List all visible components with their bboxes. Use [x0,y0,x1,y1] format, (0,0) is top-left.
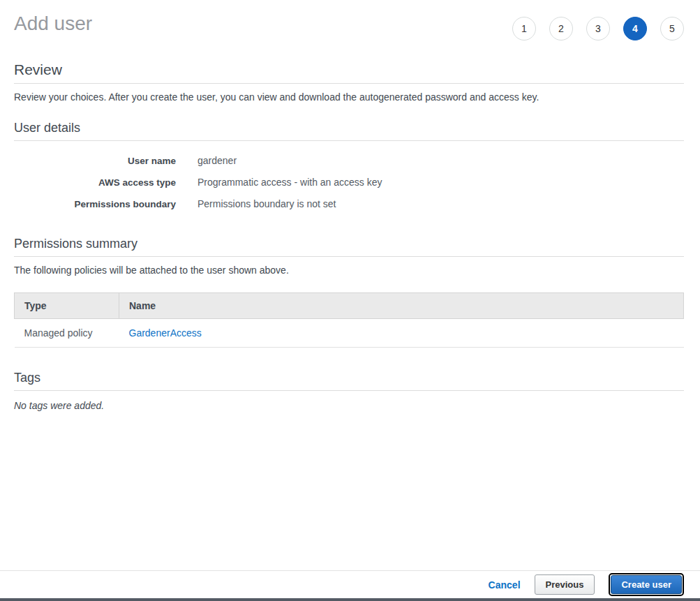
tags-heading: Tags [14,371,684,385]
access-type-label: AWS access type [14,177,176,188]
wizard-footer: Cancel Previous Create user [0,570,700,598]
policy-link[interactable]: GardenerAccess [129,327,202,339]
table-header-row: Type Name [15,293,684,319]
permissions-description: The following policies will be attached … [14,265,684,276]
tags-empty-message: No tags were added. [14,400,684,411]
permissions-boundary-label: Permissions boundary [14,199,176,209]
create-user-button[interactable]: Create user [611,575,682,594]
divider [14,140,684,141]
step-4-active[interactable]: 4 [623,17,647,40]
user-name-value: gardener [198,155,237,166]
previous-button[interactable]: Previous [535,574,595,595]
access-type-row: AWS access type Programmatic access - wi… [14,172,684,193]
policy-name-cell: GardenerAccess [119,319,684,348]
divider [14,83,684,84]
step-1[interactable]: 1 [512,17,536,40]
policies-table: Type Name Managed policy GardenerAccess [14,292,684,348]
permissions-boundary-row: Permissions boundary Permissions boundar… [14,193,684,215]
user-name-row: User name gardener [14,150,684,172]
wizard-step-indicator: 1 2 3 4 5 [512,12,684,40]
table-row: Managed policy GardenerAccess [15,319,684,348]
main-content: Review Review your choices. After you cr… [0,61,700,411]
review-description: Review your choices. After you create th… [14,91,684,103]
user-details-heading: User details [14,121,684,135]
step-3[interactable]: 3 [586,17,610,40]
divider [14,256,684,257]
review-heading: Review [14,61,684,78]
cancel-link[interactable]: Cancel [489,579,521,591]
user-details-section: User details User name gardener AWS acce… [14,121,684,215]
step-2[interactable]: 2 [549,17,573,40]
user-details-list: User name gardener AWS access type Progr… [14,150,684,215]
divider [14,390,684,391]
permissions-summary-section: Permissions summary The following polici… [14,237,684,348]
permissions-summary-heading: Permissions summary [14,237,684,251]
permissions-boundary-value: Permissions boundary is not set [198,198,336,209]
name-column-header: Name [119,293,684,319]
policy-type-cell: Managed policy [15,319,119,348]
add-user-page: Add user 1 2 3 4 5 Review Review your ch… [0,0,700,601]
page-title: Add user [14,12,92,36]
bottom-bar [0,598,700,601]
page-header: Add user 1 2 3 4 5 [0,0,700,40]
type-column-header: Type [15,293,119,319]
tags-section: Tags No tags were added. [14,371,684,411]
access-type-value: Programmatic access - with an access key [198,177,382,188]
create-user-focus-ring: Create user [609,573,684,596]
user-name-label: User name [14,156,176,166]
step-5[interactable]: 5 [660,17,684,40]
